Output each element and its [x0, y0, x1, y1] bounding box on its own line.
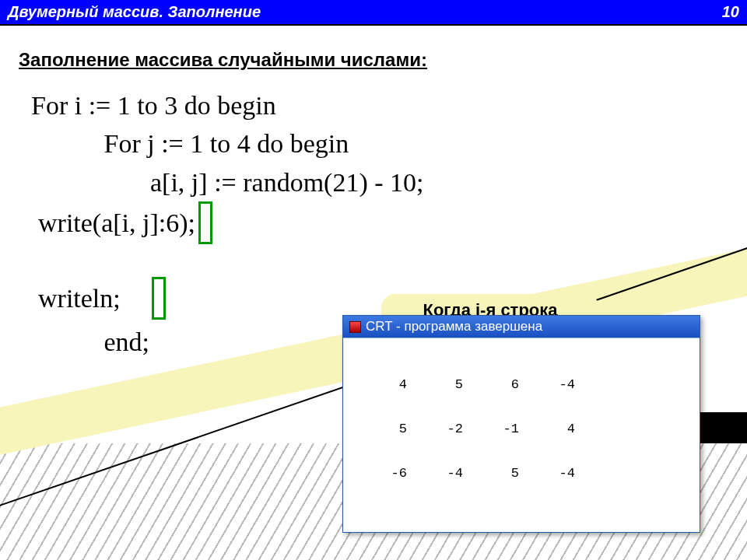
- page-number: 10: [722, 3, 739, 21]
- app-icon: [349, 321, 361, 333]
- crt-row: 456-4: [351, 377, 692, 392]
- code-line-2: For j := 1 to 4 do begin: [31, 124, 747, 163]
- crt-titlebar[interactable]: CRT - программа завершена: [343, 316, 700, 338]
- code-line-3: a[i, j] := random(21) - 10;: [31, 163, 747, 201]
- title-bar: Двумерный массив. Заполнение 10: [0, 0, 747, 26]
- code-line-4-boxed: write(a[i, j]:6);: [198, 201, 747, 247]
- code-line-5: writeln;: [38, 279, 121, 317]
- code-line-1: For i := 1 to 3 do begin: [31, 86, 747, 124]
- section-subtitle: Заполнение массива случайными числами:: [19, 49, 747, 71]
- crt-row: 5-2-14: [351, 422, 692, 436]
- crt-title: CRT - программа завершена: [366, 319, 542, 334]
- crt-window: CRT - программа завершена 456-4 5-2-14 -…: [342, 315, 700, 533]
- crt-row: -6-45-4: [351, 466, 692, 481]
- green-box-2: writeln;: [152, 277, 166, 320]
- crt-output: 456-4 5-2-14 -6-45-4: [343, 338, 700, 532]
- page-title: Двумерный массив. Заполнение: [8, 3, 261, 21]
- green-box-1: write(a[i, j]:6);: [198, 201, 212, 244]
- code-line-4: write(a[i, j]:6);: [38, 204, 195, 242]
